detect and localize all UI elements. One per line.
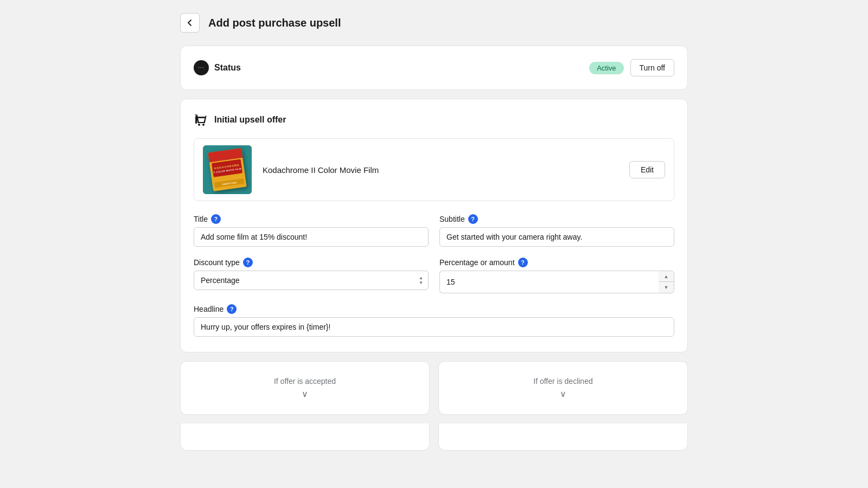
section-header: Initial upsell offer	[194, 112, 674, 127]
offer-accepted-chevron-icon: ∨	[302, 389, 308, 399]
active-badge: Active	[589, 62, 623, 74]
title-input[interactable]	[194, 227, 429, 247]
title-label-row: Title ?	[194, 214, 429, 224]
title-subtitle-row: Title ? Subtitle ?	[194, 214, 674, 247]
status-icon	[194, 60, 209, 75]
percentage-help-icon[interactable]: ?	[518, 258, 528, 267]
subtitle-label-row: Subtitle ?	[439, 214, 674, 224]
discount-row: Discount type ? Percentage Fixed amount …	[194, 258, 674, 293]
title-help-icon[interactable]: ?	[211, 214, 221, 224]
status-card: Status Active Turn off	[180, 46, 688, 90]
offer-accepted-label: If offer is accepted	[274, 377, 336, 386]
offer-accepted-card[interactable]: If offer is accepted ∨	[180, 361, 430, 415]
headline-label: Headline	[194, 305, 224, 313]
spinner-up-button[interactable]: ▲	[659, 271, 674, 282]
partial-card-left	[180, 423, 430, 451]
turn-off-button[interactable]: Turn off	[630, 59, 674, 76]
subtitle-input[interactable]	[439, 227, 674, 247]
discount-type-select[interactable]: Percentage Fixed amount	[194, 271, 429, 290]
headline-label-row: Headline ?	[194, 304, 674, 314]
edit-product-button[interactable]: Edit	[629, 161, 665, 178]
amount-input[interactable]	[439, 271, 659, 293]
product-name: Kodachrome II Color Movie Film	[263, 165, 629, 175]
svg-point-4	[202, 124, 205, 126]
headline-input[interactable]	[194, 317, 674, 337]
bottom-row: If offer is accepted ∨ If offer is decli…	[180, 361, 688, 415]
discount-type-group: Discount type ? Percentage Fixed amount …	[194, 258, 429, 293]
discount-type-label: Discount type	[194, 258, 240, 267]
headline-help-icon[interactable]: ?	[227, 304, 237, 314]
subtitle-help-icon[interactable]: ?	[468, 214, 478, 224]
partial-row	[180, 423, 688, 451]
product-image: KODACHROME II COLOR MOVIE FILM SAFETY FI…	[203, 145, 252, 194]
product-row: KODACHROME II COLOR MOVIE FILM SAFETY FI…	[194, 138, 674, 201]
percentage-label-row: Percentage or amount ?	[439, 258, 674, 267]
amount-spinners: ▲ ▼	[659, 271, 674, 293]
offer-declined-card[interactable]: If offer is declined ∨	[438, 361, 688, 415]
page-title: Add post purchase upsell	[208, 17, 341, 29]
offer-declined-label: If offer is declined	[533, 377, 592, 386]
amount-wrapper: ▲ ▼	[439, 271, 674, 293]
partial-card-right	[438, 423, 688, 451]
back-button[interactable]	[180, 13, 200, 33]
page-header: Add post purchase upsell	[180, 13, 688, 33]
svg-point-3	[198, 124, 200, 126]
discount-type-help-icon[interactable]: ?	[243, 258, 253, 267]
title-label: Title	[194, 215, 208, 223]
percentage-label: Percentage or amount	[439, 258, 515, 267]
status-left: Status	[194, 60, 241, 75]
status-label: Status	[214, 63, 241, 73]
section-title: Initial upsell offer	[214, 115, 286, 125]
cart-icon	[194, 112, 209, 127]
title-group: Title ?	[194, 214, 429, 247]
discount-type-select-wrapper: Percentage Fixed amount ▲ ▼	[194, 271, 429, 290]
status-right: Active Turn off	[589, 59, 674, 76]
spinner-down-button[interactable]: ▼	[659, 282, 674, 293]
percentage-group: Percentage or amount ? ▲ ▼	[439, 258, 674, 293]
upsell-offer-card: Initial upsell offer KODACHROME II COLOR…	[180, 99, 688, 352]
offer-declined-chevron-icon: ∨	[560, 389, 566, 399]
headline-group: Headline ?	[194, 304, 674, 337]
subtitle-group: Subtitle ?	[439, 214, 674, 247]
subtitle-label: Subtitle	[439, 215, 465, 223]
discount-type-label-row: Discount type ?	[194, 258, 429, 267]
